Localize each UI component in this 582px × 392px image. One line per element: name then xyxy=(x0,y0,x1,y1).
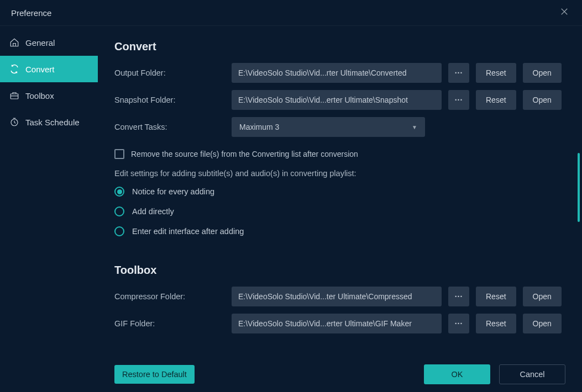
home-icon xyxy=(9,37,20,48)
convert-icon xyxy=(9,63,20,75)
radio-add-directly[interactable]: Add directly xyxy=(114,206,565,216)
restore-default-button[interactable]: Restore to Default xyxy=(114,365,195,384)
sidebar-item-label: Task Schedule xyxy=(25,118,80,127)
svg-rect-2 xyxy=(11,94,18,99)
main-content: Convert Output Folder: E:\VideoSolo Stud… xyxy=(98,26,582,392)
radio-label: Add directly xyxy=(132,207,174,216)
convert-tasks-value: Maximum 3 xyxy=(239,123,279,131)
output-folder-label: Output Folder: xyxy=(114,68,232,77)
svg-line-6 xyxy=(14,123,15,124)
snapshot-folder-row: Snapshot Folder: E:\VideoSolo Studio\Vid… xyxy=(114,90,565,110)
window-title: Preference xyxy=(11,8,51,18)
compressor-folder-label: Compressor Folder: xyxy=(114,292,232,301)
radio-enter-edit-interface[interactable]: Enter edit interface after adding xyxy=(114,226,565,236)
snapshot-folder-label: Snapshot Folder: xyxy=(114,96,232,104)
sidebar: General Convert Toolbox Task Schedule xyxy=(0,26,98,392)
gif-folder-path[interactable]: E:\VideoSolo Studio\Vid...erter Ultimate… xyxy=(232,314,442,333)
radio-button[interactable] xyxy=(114,226,124,236)
scrollbar-thumb[interactable] xyxy=(578,153,580,222)
gif-folder-open-button[interactable]: Open xyxy=(523,314,562,333)
output-folder-reset-button[interactable]: Reset xyxy=(476,63,516,83)
section-heading-convert: Convert xyxy=(114,40,565,53)
compressor-folder-browse-button[interactable]: ··· xyxy=(448,287,469,306)
output-folder-row: Output Folder: E:\VideoSolo Studio\Vid..… xyxy=(114,63,565,83)
radio-notice-every-adding[interactable]: Notice for every adding xyxy=(114,187,565,197)
convert-tasks-row: Convert Tasks: Maximum 3 ▼ xyxy=(114,117,565,137)
section-heading-toolbox: Toolbox xyxy=(114,264,565,277)
gif-folder-label: GIF Folder: xyxy=(114,319,232,328)
radio-label: Enter edit interface after adding xyxy=(132,227,244,236)
toolbox-icon xyxy=(9,90,20,101)
gif-folder-browse-button[interactable]: ··· xyxy=(448,314,469,333)
radio-label: Notice for every adding xyxy=(132,187,214,196)
remove-source-label: Remove the source file(s) from the Conve… xyxy=(131,150,358,158)
compressor-folder-row: Compressor Folder: E:\VideoSolo Studio\V… xyxy=(114,287,565,306)
gif-folder-reset-button[interactable]: Reset xyxy=(476,314,516,333)
sidebar-item-toolbox[interactable]: Toolbox xyxy=(0,82,98,109)
close-icon xyxy=(559,7,569,19)
snapshot-folder-browse-button[interactable]: ··· xyxy=(448,90,469,110)
output-folder-open-button[interactable]: Open xyxy=(523,63,562,83)
output-folder-browse-button[interactable]: ··· xyxy=(448,63,469,83)
snapshot-folder-path[interactable]: E:\VideoSolo Studio\Vid...erter Ultimate… xyxy=(232,90,442,110)
chevron-down-icon: ▼ xyxy=(412,124,417,130)
remove-source-checkbox[interactable] xyxy=(114,149,124,159)
sidebar-item-label: Convert xyxy=(25,65,55,74)
convert-tasks-label: Convert Tasks: xyxy=(114,123,232,131)
gif-folder-row: GIF Folder: E:\VideoSolo Studio\Vid...er… xyxy=(114,314,565,333)
convert-tasks-select[interactable]: Maximum 3 ▼ xyxy=(232,117,425,137)
title-bar: Preference xyxy=(0,0,582,26)
ok-button[interactable]: OK xyxy=(424,364,490,384)
radio-button[interactable] xyxy=(114,206,124,216)
output-folder-path[interactable]: E:\VideoSolo Studio\Vid...rter Ultimate\… xyxy=(232,63,442,83)
sidebar-item-task-schedule[interactable]: Task Schedule xyxy=(0,109,98,135)
snapshot-folder-open-button[interactable]: Open xyxy=(523,90,562,110)
remove-source-checkbox-row[interactable]: Remove the source file(s) from the Conve… xyxy=(114,149,565,159)
radio-button[interactable] xyxy=(114,187,124,197)
sidebar-item-convert[interactable]: Convert xyxy=(0,56,98,82)
sidebar-item-general[interactable]: General xyxy=(0,29,98,56)
cancel-button[interactable]: Cancel xyxy=(499,364,565,384)
compressor-folder-path[interactable]: E:\VideoSolo Studio\Vid...ter Ultimate\C… xyxy=(232,287,442,306)
compressor-folder-reset-button[interactable]: Reset xyxy=(476,287,516,306)
sidebar-item-label: Toolbox xyxy=(25,91,54,100)
sidebar-item-label: General xyxy=(25,38,55,47)
clock-icon xyxy=(9,116,20,128)
footer-bar: Restore to Default OK Cancel xyxy=(98,357,582,392)
compressor-folder-open-button[interactable]: Open xyxy=(523,287,562,306)
edit-settings-caption: Edit settings for adding subtitle(s) and… xyxy=(114,169,565,178)
snapshot-folder-reset-button[interactable]: Reset xyxy=(476,90,516,110)
close-button[interactable] xyxy=(558,6,571,19)
